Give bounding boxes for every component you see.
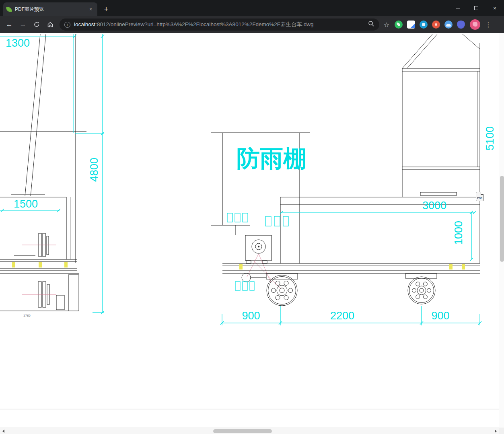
pdf-icon-label: PDF	[477, 197, 482, 200]
minimize-button[interactable]	[448, 0, 467, 16]
dim-3000: 3000	[422, 200, 446, 212]
new-tab-button[interactable]: +	[101, 4, 112, 15]
left-triangle-icon	[2, 430, 4, 433]
dim-1300: 1300	[6, 37, 30, 49]
minimize-icon	[456, 8, 460, 8]
cloud-extension-icon[interactable]	[444, 21, 453, 29]
url-path: :8012/onlinePreview?url=http%3A%2F%2Floc…	[95, 21, 313, 27]
scroll-right-arrow[interactable]	[492, 428, 499, 434]
browser-tab[interactable]: PDF图片预览 ×	[3, 2, 97, 16]
forward-button[interactable]: →	[17, 19, 29, 31]
address-text: localhost:8012/onlinePreview?url=http%3A…	[74, 21, 364, 28]
spring-leaf-favicon	[6, 6, 12, 12]
bookmark-star-button[interactable]: ☆	[382, 21, 391, 29]
translate-extension-icon[interactable]	[407, 21, 415, 29]
dim-1500: 1500	[14, 198, 38, 210]
home-button[interactable]	[44, 19, 56, 31]
tab-close-icon[interactable]: ×	[87, 6, 94, 13]
dim-1000: 1000	[453, 221, 465, 245]
right-triangle-icon	[495, 430, 497, 433]
maximize-button[interactable]	[467, 0, 485, 16]
horizontal-scrollbar-thumb[interactable]	[213, 429, 272, 433]
zoom-indicator-button[interactable]	[368, 21, 374, 29]
browser-toolbar: ← → i localhost:8012/onlinePreview?url=h…	[0, 16, 504, 33]
profile-avatar[interactable]	[470, 19, 480, 30]
reload-icon	[33, 21, 40, 28]
extension-blue-icon[interactable]	[420, 21, 428, 29]
dim-900-left: 900	[242, 310, 260, 322]
address-bar[interactable]: i localhost:8012/onlinePreview?url=http%…	[60, 19, 379, 31]
horizontal-scrollbar[interactable]	[0, 428, 504, 434]
browser-menu-button[interactable]: ⋮	[483, 21, 494, 29]
page-info-icon[interactable]: i	[64, 22, 70, 28]
back-button[interactable]: ←	[3, 19, 15, 31]
extension-red-icon[interactable]	[432, 21, 440, 29]
url-host: localhost	[74, 21, 95, 27]
dim-4800: 4800	[88, 158, 100, 182]
left-elevation-view: 1785	[0, 34, 86, 317]
close-window-button[interactable]: ×	[485, 0, 504, 16]
vertical-scrollbar-thumb[interactable]	[500, 176, 504, 262]
extension-green-icon[interactable]	[395, 21, 403, 29]
magnifier-icon	[368, 21, 374, 27]
right-elevation-view	[402, 34, 480, 263]
tab-title: PDF图片预览	[15, 6, 84, 13]
vertical-scrollbar[interactable]	[499, 33, 504, 428]
pdf-file-icon[interactable]: PDF	[476, 192, 483, 201]
dim-900-right: 900	[431, 310, 449, 322]
maximize-icon	[474, 6, 478, 10]
cad-drawing-canvas: 1785	[0, 33, 499, 428]
tab-strip: PDF图片预览 × + ×	[0, 0, 504, 16]
reload-button[interactable]	[31, 19, 43, 31]
extensions-row	[395, 21, 465, 29]
home-icon	[47, 21, 53, 28]
dim-5100: 5100	[484, 126, 496, 150]
shield-extension-icon[interactable]	[457, 21, 465, 29]
dim-2200: 2200	[330, 310, 354, 322]
small-dim-note: 1785	[23, 314, 31, 317]
scroll-left-arrow[interactable]	[0, 428, 6, 434]
window-controls: ×	[448, 0, 504, 16]
dwg-preview-page: 1785	[0, 33, 499, 428]
rain-shelter-label: 防雨棚	[237, 145, 307, 171]
scrollbar-corner	[499, 428, 504, 434]
